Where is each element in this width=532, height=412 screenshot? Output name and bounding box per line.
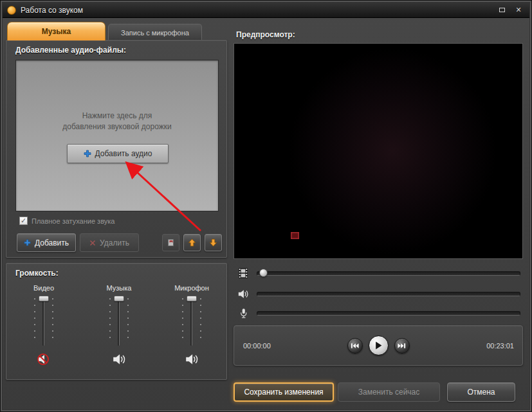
audio-drop-area[interactable]: Нажмите здесь для добавления звуковой до… (15, 60, 219, 211)
volume-panel: Громкость: Видео Музыка (6, 263, 227, 380)
cancel-button[interactable]: Отмена (447, 382, 515, 402)
delete-x-icon (89, 240, 96, 246)
delete-file-label: Удалить (100, 238, 129, 247)
slider-thumb[interactable] (39, 296, 49, 301)
slider-ticks (109, 298, 111, 343)
slider-ticks (200, 298, 201, 343)
mic-volume-label: Микрофон (161, 284, 223, 292)
webcam-overlay-icon (291, 232, 299, 239)
seek-row (234, 267, 523, 280)
skip-back-button[interactable] (347, 338, 363, 354)
preview-frame (234, 44, 522, 258)
replace-now-button[interactable]: Заменить сейчас (338, 382, 440, 402)
preview-area (234, 43, 523, 259)
slider-thumb[interactable] (187, 296, 197, 301)
slider-ticks (182, 298, 183, 343)
add-audio-button[interactable]: Добавить аудио (67, 144, 169, 163)
video-mute-button[interactable] (37, 352, 51, 368)
plus-icon (84, 150, 91, 157)
add-file-label: Добавить (35, 238, 69, 247)
microphone-icon (236, 307, 250, 319)
edit-track-button[interactable] (162, 234, 179, 251)
drop-hint: Нажмите здесь для добавления звуковой до… (16, 111, 218, 132)
tab-mic-record[interactable]: Запись с микрофона (108, 24, 202, 40)
slider-track (42, 296, 44, 346)
playback-controls (234, 326, 522, 365)
fade-checkbox[interactable]: ✓ (19, 217, 28, 225)
skip-forward-button[interactable] (394, 338, 410, 354)
video-volume-group: Видео (13, 284, 75, 368)
music-mute-button[interactable] (112, 352, 126, 368)
move-down-button[interactable] (205, 234, 222, 251)
skip-back-icon (351, 343, 359, 349)
music-volume-slider[interactable] (106, 294, 132, 347)
minimize-button[interactable] (495, 4, 508, 15)
sound-editor-window: Работа со звуком ✕ Музыка Запись с микро… (0, 0, 532, 412)
speaker-muted-icon (37, 353, 51, 366)
arrow-up-icon (188, 238, 196, 247)
video-volume-label: Видео (13, 284, 75, 292)
add-file-button[interactable]: Добавить (17, 233, 76, 252)
mic-level-row (234, 307, 523, 319)
add-audio-label: Добавить аудио (95, 149, 152, 158)
window-title: Работа со звуком (21, 6, 83, 15)
arrow-down-icon (209, 238, 217, 247)
tab-music[interactable]: Музыка (7, 22, 105, 40)
slider-ticks (34, 298, 35, 343)
slider-track (190, 296, 192, 346)
mic-volume-slider[interactable] (179, 294, 205, 347)
speaker-icon (185, 354, 199, 365)
audio-files-panel: Добавленные аудио-файлы: Нажмите здесь д… (6, 40, 227, 258)
seek-slider[interactable] (257, 271, 520, 276)
slider-ticks (52, 298, 53, 343)
slider-ticks (127, 298, 129, 343)
music-volume-label: Музыка (88, 284, 150, 292)
music-volume-group: Музыка (88, 284, 150, 368)
titlebar: Работа со звуком ✕ (3, 3, 529, 18)
move-up-button[interactable] (183, 234, 201, 251)
seek-thumb[interactable] (259, 269, 268, 277)
fade-checkbox-label: Плавное затухание звука (32, 217, 115, 225)
minimize-icon (499, 8, 505, 12)
plus-icon (24, 239, 31, 246)
page-flag-icon (167, 238, 175, 247)
app-icon (7, 6, 16, 15)
volume-title: Громкость: (15, 269, 59, 278)
close-button[interactable]: ✕ (512, 4, 525, 15)
play-button[interactable] (369, 336, 389, 355)
drop-hint-line1: Нажмите здесь для (82, 111, 152, 120)
slider-thumb[interactable] (114, 296, 124, 301)
mic-volume-group: Микрофон (161, 284, 223, 368)
preview-title: Предпросмотр: (236, 30, 295, 39)
drop-hint-line2: добавления звуковой дорожки (62, 122, 171, 131)
mic-mute-button[interactable] (185, 352, 199, 368)
skip-forward-icon (398, 343, 406, 349)
film-icon (236, 267, 250, 279)
audio-level-row (234, 287, 523, 300)
video-volume-slider[interactable] (31, 294, 57, 347)
slider-track (118, 296, 120, 346)
save-changes-button[interactable]: Сохранить изменения (234, 382, 334, 402)
playback-panel: 00:00:00 00:23:01 (234, 325, 523, 366)
speaker-icon (236, 288, 250, 300)
play-icon (375, 341, 382, 350)
speaker-icon (112, 354, 126, 365)
fade-checkbox-row[interactable]: ✓ Плавное затухание звука (19, 217, 115, 225)
audio-files-title: Добавленные аудио-файлы: (15, 46, 126, 55)
mic-level-slider[interactable] (257, 311, 520, 316)
check-icon: ✓ (21, 217, 26, 224)
delete-file-button[interactable]: Удалить (80, 233, 139, 252)
audio-level-slider[interactable] (257, 292, 520, 296)
